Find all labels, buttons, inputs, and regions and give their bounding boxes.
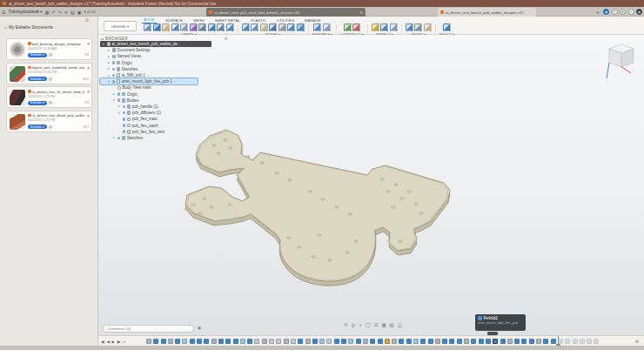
ribbon-tab-solid[interactable]: SOLID [142,17,157,24]
timeline-feature-19[interactable] [284,339,289,344]
timeline-feature-49[interactable] [500,339,506,344]
timeline-feature-48[interactable] [493,339,498,344]
timeline-feature-2[interactable] [161,339,166,344]
timeline-feature-54[interactable] [536,339,541,344]
timeline-feature-41[interactable] [442,339,447,344]
modify-tool-icon-4[interactable] [278,24,286,31]
collapsed-arrow-icon[interactable]: ▸ [117,104,121,108]
timeline-feature-27[interactable] [341,339,346,344]
version-label[interactable]: V6 [84,53,89,57]
visibility-bulb-icon[interactable] [112,80,116,84]
insert-tool-icon-1[interactable] [414,24,422,31]
timeline-feature-14[interactable] [247,339,252,344]
new-tab-button[interactable]: + [596,10,600,15]
team-selector[interactable]: TrainingAutodesk ▾ [8,10,42,14]
timeline-feature-12[interactable] [233,339,238,344]
timeline-feature-18[interactable] [276,339,281,344]
ribbon-tab-sheet-metal[interactable]: SHEET METAL [213,17,242,24]
timeline-feature-20[interactable] [291,339,296,344]
display-settings-icon[interactable]: ▦ [381,322,386,327]
editable-badge[interactable]: Editable ▾ [28,77,47,81]
modify-tool-icon-5[interactable] [287,24,295,31]
visibility-bulb-icon[interactable] [112,68,116,71]
quickbar-icon-3[interactable]: ✕ [64,10,68,15]
timeline-feature-23[interactable] [312,339,318,344]
browser-row-ai-driven-test-bench-pcb-walki[interactable]: ▾ai_driven_test_bench_pcb_walkie_de...⌾ [100,41,211,47]
timeline-options-icon[interactable]: ⚙ [635,339,639,344]
visibility-bulb-icon[interactable] [123,130,126,133]
timeline-feature-9[interactable] [211,339,217,344]
timeline-feature-37[interactable] [413,339,419,344]
create-tool-icon-7[interactable] [208,24,216,31]
create-tool-icon-1[interactable] [153,24,161,31]
collapsed-arrow-icon[interactable]: ▸ [107,74,111,77]
timeline-feature-56[interactable] [551,339,556,344]
timeline-feature-10[interactable] [218,339,224,344]
fit-icon[interactable]: ⊡ [374,322,379,327]
document-card[interactable]: ball_bearing_design_template◉10/6/2023 1… [6,38,92,60]
browser-row-origin[interactable]: ▸Origin [100,60,231,66]
visibility-bulb-icon[interactable] [112,74,116,77]
step-forward-icon[interactable]: |▶ [117,340,120,344]
quickbar-icon-4[interactable]: ▤ [70,10,75,15]
assemble-tool-icon-1[interactable] [323,24,331,31]
inspect-tool-icon-0[interactable] [372,24,379,31]
document-tab-2[interactable]: ai_driven_test_bench_pcb_walkie_designs … [438,8,536,17]
visibility-bulb-icon[interactable] [123,124,126,127]
timeline-feature-36[interactable] [406,339,412,344]
visibility-bulb-icon[interactable] [123,118,126,121]
timeline-feature-0[interactable] [146,339,151,344]
notification-icon[interactable]: ◈ [603,9,609,15]
info-icon[interactable]: i [49,125,52,129]
timeline-feature-43[interactable] [457,339,462,344]
timeline-feature-52[interactable] [521,339,527,344]
version-label[interactable]: V17 [83,125,89,129]
timeline-feature-25[interactable] [326,339,332,344]
timeline-feature-4[interactable] [175,339,180,344]
info-icon[interactable]: i [49,77,52,81]
modify-tool-icon-6[interactable] [297,24,305,31]
quickbar-icon-5[interactable]: ▣ [77,10,82,15]
browser-row-pcb-fles-fles-vent[interactable]: pcb_fles_fles_vent [100,129,231,135]
quickbar-icon-0[interactable]: ▦ [45,10,50,15]
timeline-feature-3[interactable] [168,339,173,344]
visibility-bulb-icon[interactable] [112,61,116,64]
play-icon[interactable]: ▶ [112,340,115,344]
timeline-feature-50[interactable] [507,339,513,344]
timeline-feature-47[interactable] [486,339,491,344]
timeline-feature-29[interactable] [356,339,361,344]
timeline-feature-33[interactable] [385,339,390,344]
collapsed-arrow-icon[interactable]: ▸ [107,61,111,64]
info-icon[interactable]: i [49,101,52,104]
avatar[interactable]: ◉ [636,9,642,15]
collapsed-arrow-icon[interactable]: ▸ [107,67,111,71]
go-to-end-icon[interactable]: ↦ [123,340,126,344]
timeline-feature-60[interactable] [580,339,585,344]
create-tool-icon-5[interactable] [190,24,198,31]
timeline-feature-62[interactable] [594,339,599,344]
timeline-feature-26[interactable] [334,339,339,344]
ribbon-tab-plastic[interactable]: PLASTIC [249,17,268,24]
collapsed-arrow-icon[interactable]: ▸ [117,111,121,115]
create-tool-icon-3[interactable] [171,24,179,31]
browser-row-pcb-handle-1-[interactable]: ▸pcb_handle (1) [100,104,231,110]
document-card[interactable]: ai_driven_hex_blvolt_pcb_walkie◉6/21/202… [6,111,92,132]
ribbon-tab-surface[interactable]: SURFACE [164,17,184,24]
comments-bar[interactable]: Comments (0) [103,325,194,333]
browser-row-pcb-diffusers-1-[interactable]: ▸pcb_diffusers (1) [100,110,231,116]
timeline-feature-55[interactable] [543,339,548,344]
timeline-feature-16[interactable] [262,339,267,344]
expanded-arrow-icon[interactable]: ▾ [112,98,116,102]
assemble-tool-icon-0[interactable] [313,24,321,31]
create-tool-icon-8[interactable] [217,24,225,31]
step-back-icon[interactable]: ◀ [107,340,110,344]
collapsed-arrow-icon[interactable]: ▸ [112,92,116,96]
select-tool-icon-0[interactable] [443,24,451,31]
job-status-icon[interactable]: ◔ [628,9,634,15]
timeline-feature-1[interactable] [153,339,158,344]
workspace-selector[interactable]: DESIGN▾ [104,21,137,31]
go-to-start-icon[interactable]: ◀| [101,340,104,344]
modify-tool-icon-3[interactable] [269,24,277,31]
timeline-hover-marker[interactable] [487,332,498,335]
visibility-bulb-icon[interactable] [117,137,121,140]
